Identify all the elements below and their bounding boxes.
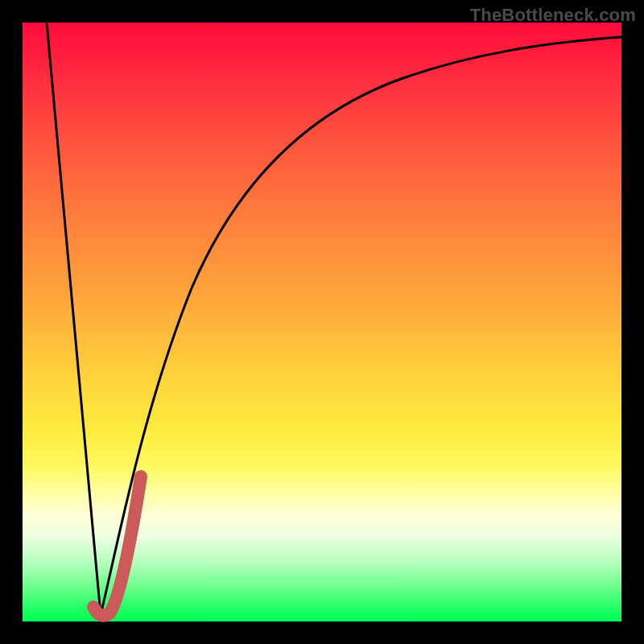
left-descending-line	[47, 23, 101, 615]
chart-frame: TheBottleneck.com	[0, 0, 644, 644]
watermark-text: TheBottleneck.com	[470, 5, 636, 26]
right-rising-curve	[101, 37, 621, 615]
chart-svg	[23, 23, 621, 621]
